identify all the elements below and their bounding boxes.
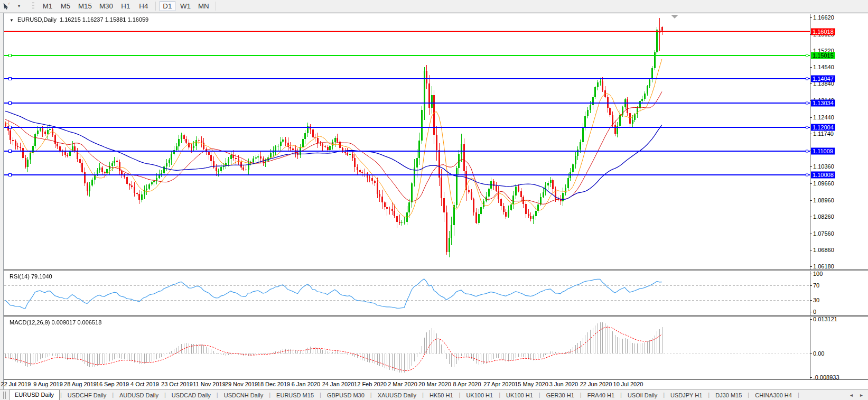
- price-axis-divider: [810, 14, 810, 379]
- macd-axis-tick: 0.013121: [813, 316, 837, 322]
- rsi-axis-tick: 70: [813, 282, 819, 289]
- date-axis-label: 6 Jan 2020: [292, 381, 320, 387]
- hline-handle[interactable]: [806, 54, 808, 57]
- date-axis-label: 2 Mar 2020: [388, 381, 417, 387]
- hline-price-label: 1.16018: [811, 29, 835, 35]
- toolbar-separator: [155, 2, 156, 11]
- chart-title: ▼EURUSD,Daily 1.16215 1.16237 1.15881 1.…: [10, 16, 148, 23]
- chart-collapse-icon[interactable]: ▼: [10, 18, 14, 23]
- date-axis-label: 9 Aug 2019: [33, 381, 63, 387]
- toolbar-grip[interactable]: [32, 2, 34, 10]
- date-axis-label: 8 Apr 2020: [453, 381, 481, 387]
- hline-price-label: 1.15015: [811, 52, 835, 59]
- price-axis-tick: 1.16620: [813, 14, 834, 21]
- mt4-window: ▾ M1M5M15M30H1H4D1W1MN ▼EURUSD,Daily 1.1…: [0, 0, 868, 400]
- macd-panel-canvas[interactable]: [4, 317, 810, 379]
- price-axis-tick: 1.10360: [813, 163, 834, 170]
- timeframe-button-mn[interactable]: MN: [195, 1, 212, 11]
- hline-price-label: 1.10008: [811, 172, 835, 179]
- chart-tab-hk50-h1[interactable]: HK50 H1: [424, 391, 459, 400]
- date-axis-label: 24 Jan 2020: [322, 381, 354, 387]
- chart-tab-dj30-m15[interactable]: DJ30 M15: [710, 391, 747, 400]
- chevron-down-icon[interactable]: ▾: [15, 4, 23, 8]
- price-axis-tick: 1.14540: [813, 64, 834, 70]
- date-axis-label: 4 Oct 2019: [130, 381, 159, 387]
- hline-price-label: 1.12004: [811, 124, 835, 131]
- chart-tab-bar: EURUSD Daily|USDCHF Daily|AUDUSD Daily|U…: [0, 389, 868, 400]
- date-axis-label: 28 Aug 2019: [64, 381, 97, 387]
- date-axis-label: 20 Mar 2020: [418, 381, 451, 387]
- chart-tab-usdcnh-daily[interactable]: USDCNH Daily: [219, 391, 269, 400]
- tab-scroll-left-icon[interactable]: ◂: [850, 392, 853, 398]
- chart-tab-usdcad-daily[interactable]: USDCAD Daily: [166, 391, 216, 400]
- hline-price-label: 1.14047: [811, 76, 835, 82]
- price-axis-tick: 1.12440: [813, 114, 834, 120]
- rsi-macd-splitter[interactable]: [4, 315, 868, 317]
- hline-handle[interactable]: [806, 150, 808, 153]
- timeframe-button-w1[interactable]: W1: [178, 1, 193, 11]
- rsi-panel-canvas[interactable]: [4, 271, 810, 315]
- window-frame-left: [3, 13, 4, 400]
- timeframe-button-h1[interactable]: H1: [118, 1, 134, 11]
- hline-handle[interactable]: [806, 101, 808, 104]
- chart-tab-usoil-daily[interactable]: USOil Daily: [622, 391, 662, 400]
- timeframe-button-m1[interactable]: M1: [40, 1, 55, 11]
- timeframe-button-m15[interactable]: M15: [76, 1, 95, 11]
- date-axis-label: 11 Nov 2019: [193, 381, 226, 387]
- main-chart-canvas[interactable]: [4, 14, 810, 269]
- chart-tab-ger30-h1[interactable]: GER30 H1: [541, 391, 580, 400]
- rsi-axis-tick: 100: [813, 271, 823, 277]
- timeframe-button-m5[interactable]: M5: [58, 1, 73, 11]
- price-axis-tick: 1.06860: [813, 247, 834, 253]
- hline-handle[interactable]: [806, 174, 808, 176]
- hline-price-label: 1.13034: [811, 99, 835, 106]
- date-axis-label: 15 May 2020: [515, 381, 548, 387]
- hline-handle[interactable]: [806, 78, 808, 80]
- chart-tab-fra40-h1[interactable]: FRA40 H1: [582, 391, 620, 400]
- tab-scroll-right-icon[interactable]: ▸: [860, 392, 863, 398]
- chart-tab-xauusd-daily[interactable]: XAUUSD Daily: [372, 391, 422, 400]
- toolbar-separator: [216, 2, 216, 11]
- chart-tab-eurusd-m15[interactable]: EURUSD M15: [271, 391, 319, 400]
- rsi-axis-tick: 0: [813, 309, 816, 315]
- drawing-cursor-tool-icon[interactable]: [2, 2, 11, 11]
- price-axis-tick: 1.08960: [813, 197, 834, 203]
- date-axis-label: 16 Sep 2019: [96, 381, 129, 387]
- hline-handle[interactable]: [806, 126, 808, 129]
- rsi-indicator-label: RSI(14) 79.1040: [10, 273, 52, 280]
- cursor-glyph: [3, 2, 11, 10]
- macd-axis-tick: 0.00: [813, 350, 824, 357]
- chart-tab-eurusd-daily[interactable]: EURUSD Daily: [9, 389, 60, 400]
- price-axis-tick: 1.06180: [813, 263, 834, 269]
- date-axis-label: 18 Dec 2019: [257, 381, 290, 387]
- date-axis-label: 12 Feb 2020: [354, 381, 387, 387]
- chart-tab-gbpusd-m30[interactable]: GBPUSD M30: [322, 391, 370, 400]
- date-axis-label: 23 Oct 2019: [161, 381, 193, 387]
- chart-rsi-splitter[interactable]: [4, 269, 868, 271]
- price-axis-tick: 1.09660: [813, 180, 834, 187]
- macd-indicator-label: MACD(12,26,9) 0.009017 0.006518: [10, 319, 101, 325]
- chart-tab-usdjpy-h1[interactable]: USDJPY H1: [665, 391, 707, 400]
- chart-symbol-label: EURUSD,Daily: [17, 16, 57, 23]
- timeframe-button-d1[interactable]: D1: [160, 1, 175, 11]
- date-axis-label: 29 Nov 2019: [225, 381, 258, 387]
- rsi-axis-tick: 30: [813, 297, 819, 303]
- timeframe-button-m30[interactable]: M30: [97, 1, 116, 11]
- chart-tabs: EURUSD Daily|USDCHF Daily|AUDUSD Daily|U…: [9, 389, 800, 400]
- timeframe-button-h4[interactable]: H4: [136, 1, 152, 11]
- timeframe-buttons: M1M5M15M30H1H4D1W1MN: [39, 1, 219, 11]
- timeframe-toolbar: ▾ M1M5M15M30H1H4D1W1MN: [0, 0, 868, 13]
- date-axis-label: 10 Jul 2020: [613, 381, 643, 387]
- chart-tab-china300-h4[interactable]: CHINA300 H4: [750, 391, 797, 400]
- tab-scroll-buttons: ◂ ▸: [850, 392, 868, 398]
- price-axis-tick: 1.07560: [813, 230, 834, 237]
- chart-tab-uk100-h1[interactable]: UK100 H1: [461, 391, 498, 400]
- date-axis-label: 22 Jul 2019: [1, 381, 31, 387]
- window-frame-top: [0, 13, 868, 13]
- tab-separator: |: [797, 392, 800, 398]
- chart-tab-usdchf-daily[interactable]: USDCHF Daily: [62, 391, 111, 400]
- chart-tab-uk100-h1[interactable]: UK100 H1: [501, 391, 538, 400]
- chart-ohlc-values: 1.16215 1.16237 1.15881 1.16059: [60, 16, 148, 23]
- date-axis-label: 22 Jun 2020: [580, 381, 612, 387]
- chart-tab-audusd-daily[interactable]: AUDUSD Daily: [114, 391, 164, 400]
